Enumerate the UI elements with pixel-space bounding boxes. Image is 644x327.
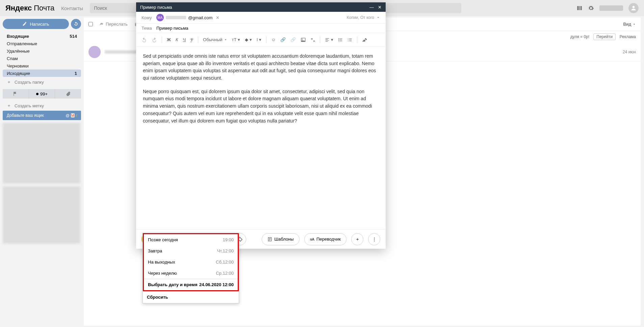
plus-icon: ＋: [7, 103, 11, 109]
layout-icon[interactable]: [576, 5, 583, 11]
cc-toggle[interactable]: Копии, От кого: [347, 15, 380, 20]
logo-product: Почта: [34, 4, 54, 12]
ad-go-button[interactable]: Перейти: [593, 33, 616, 40]
subject-input[interactable]: Пример письма: [156, 26, 188, 31]
logo[interactable]: Яндекс Почта: [5, 4, 54, 12]
align-icon[interactable]: ▾: [325, 37, 333, 42]
plus-icon: ＋: [7, 79, 11, 85]
ad-promo-text: дуля = 0р!: [570, 34, 590, 39]
compose-button[interactable]: Написать: [3, 19, 69, 29]
compose-body[interactable]: Sed ut perspiciatis unde omnis iste natu…: [136, 47, 386, 229]
svg-rect-11: [340, 40, 342, 41]
folder-Исходящие[interactable]: Исходящие1: [3, 70, 81, 77]
svg-point-10: [338, 40, 339, 41]
schedule-option[interactable]: Позже сегодня19:00: [144, 234, 238, 245]
ad-label: Реклама: [620, 34, 636, 39]
folder-Удалённые[interactable]: Удалённые: [3, 47, 81, 55]
filter-unread-button[interactable]: 99+: [29, 89, 55, 99]
folder-Входящие[interactable]: Входящие514: [3, 32, 81, 40]
svg-rect-7: [340, 38, 342, 38]
svg-text:3: 3: [348, 40, 349, 42]
ul-icon[interactable]: [338, 37, 343, 42]
translator-button[interactable]: яA Переводчик: [304, 233, 346, 245]
schedule-custom[interactable]: Выбрать дату и время 24.06.2020 12:00: [144, 279, 238, 290]
svg-point-6: [338, 38, 339, 39]
underline-icon[interactable]: Ч: [183, 37, 186, 42]
user-name-placeholder: [599, 5, 623, 11]
svg-point-5: [302, 38, 303, 39]
subject-label: Тема: [141, 26, 156, 31]
image-icon[interactable]: [301, 37, 306, 43]
font-size-icon[interactable]: тТ ▾: [232, 37, 240, 42]
logo-brand: Яндекс: [5, 4, 32, 12]
schedule-reset[interactable]: Сбросить: [143, 291, 239, 303]
view-toggle[interactable]: Вид: [623, 22, 636, 27]
close-icon[interactable]: ✕: [378, 5, 382, 10]
compose-button-label: Написать: [30, 22, 49, 27]
redo-icon[interactable]: [152, 37, 157, 43]
folder-Отправленные[interactable]: Отправленные: [3, 40, 81, 47]
bold-icon[interactable]: Ж: [167, 37, 171, 42]
filter-flag-button[interactable]: [3, 89, 29, 99]
ol-icon[interactable]: 123: [347, 37, 352, 42]
sidebar-ad-image: [3, 123, 80, 184]
add-action-button[interactable]: ＋: [351, 233, 363, 245]
contacts-link[interactable]: Контакты: [61, 5, 83, 11]
templates-button[interactable]: Шаблоны: [262, 233, 300, 245]
sender-avatar: [88, 46, 101, 58]
paragraph-style-select[interactable]: Обычный: [203, 37, 227, 42]
strike-icon[interactable]: Ꚑ: [190, 37, 193, 43]
font-color-icon[interactable]: ◆ ▾: [245, 37, 252, 42]
svg-rect-15: [349, 39, 352, 40]
compose-window: Пример письма — ✕ Кому MA @gmail.com ✕ К…: [136, 2, 386, 249]
svg-rect-0: [577, 6, 579, 10]
clear-format-icon[interactable]: [362, 37, 367, 43]
schedule-popup: Позже сегодня19:00ЗавтраЧт,12:00На выход…: [143, 233, 239, 303]
unlink-icon[interactable]: 🔗: [290, 37, 296, 42]
minimize-icon[interactable]: —: [369, 5, 374, 10]
more-button[interactable]: ⋮: [368, 233, 380, 245]
emoji-icon[interactable]: ☺: [271, 37, 276, 42]
folder-Спам[interactable]: Спам: [3, 55, 81, 62]
recipient-avatar: MA: [156, 14, 164, 21]
select-all-checkbox[interactable]: [88, 22, 93, 26]
svg-rect-13: [349, 38, 352, 38]
message-date: 24 июн: [623, 50, 636, 54]
folder-Черновики[interactable]: Черновики: [3, 62, 81, 70]
svg-rect-9: [340, 39, 342, 40]
svg-rect-1: [579, 6, 580, 10]
highlight-icon[interactable]: I ▾: [257, 37, 261, 42]
create-label[interactable]: ＋ Создать метку: [3, 101, 81, 111]
quote-icon[interactable]: “„: [311, 37, 315, 42]
svg-point-8: [338, 39, 339, 40]
refresh-button[interactable]: [71, 19, 81, 29]
gear-icon[interactable]: [588, 5, 594, 11]
add-mailbox-button[interactable]: Добавьте ваш ящик @M/: [3, 111, 81, 120]
recipient-chip[interactable]: MA @gmail.com ✕: [156, 14, 220, 21]
schedule-option[interactable]: Через неделюСр,12:00: [144, 268, 238, 279]
to-label: Кому: [141, 15, 156, 20]
italic-icon[interactable]: К: [176, 37, 178, 42]
avatar[interactable]: [628, 3, 639, 13]
forward-button[interactable]: Переслать: [99, 22, 128, 27]
svg-rect-17: [349, 40, 352, 41]
svg-point-3: [633, 6, 635, 8]
undo-icon[interactable]: [141, 37, 147, 43]
svg-rect-2: [581, 6, 582, 10]
filter-attachment-button[interactable]: [55, 89, 81, 99]
remove-recipient-icon[interactable]: ✕: [216, 15, 220, 20]
schedule-option[interactable]: ЗавтраЧт,12:00: [144, 245, 238, 256]
sidebar-ad-image: [3, 186, 80, 244]
schedule-option[interactable]: На выходныхСб,12:00: [144, 256, 238, 268]
create-folder[interactable]: ＋ Создать папку: [3, 77, 81, 87]
link-icon[interactable]: 🔗: [280, 37, 286, 42]
compose-title: Пример письма: [140, 5, 172, 10]
